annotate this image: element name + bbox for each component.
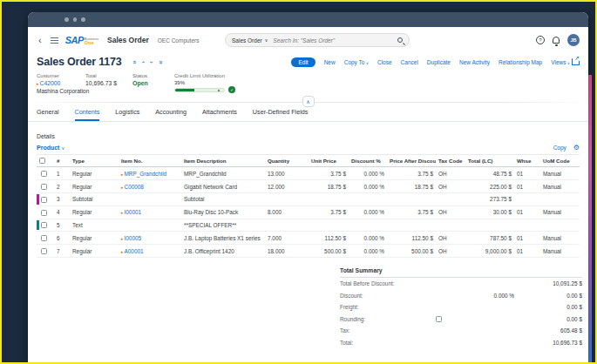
item-no-link[interactable]: ▸A00001 <box>121 248 144 254</box>
table-row: 4Regular▸I00001Blu-Ray Disc 10-Pack8.000… <box>37 206 580 219</box>
new-activity-button[interactable]: New Activity <box>459 59 490 65</box>
credit-limit-block: Credit Limit Utilization 39% ✓ <box>174 73 288 94</box>
link-arrow-icon: ▸ <box>121 236 124 241</box>
table-row: 3SubtotalSubtotal273.75 $ <box>37 192 580 206</box>
link-arrow-icon: ▸ <box>121 185 124 190</box>
cell-desc: **SPECIAL OFFER** <box>181 219 265 232</box>
previous-record-icon[interactable]: ‹ <box>139 61 147 64</box>
customer-code-link[interactable]: ▸C42000 <box>37 80 85 86</box>
total-summary-title: Total Summary <box>340 267 582 278</box>
tab-user-defined-fields[interactable]: User-Defined Fields <box>253 108 309 121</box>
cell-total: 225.00 $ <box>465 180 514 193</box>
row-checkbox[interactable] <box>41 210 47 216</box>
first-record-icon[interactable]: « <box>130 60 138 64</box>
credit-progress-fill <box>175 89 194 91</box>
tab-logistics[interactable]: Logistics <box>115 108 139 121</box>
cell-uom: Manual <box>540 232 580 245</box>
cell-tax: OH <box>436 206 465 219</box>
status-block: Status Open <box>132 73 174 94</box>
notifications-icon[interactable] <box>553 37 560 44</box>
duplicate-button[interactable]: Duplicate <box>427 59 451 65</box>
total-label: Total <box>85 73 132 78</box>
cell-total: 9,000.00 $ <box>465 245 514 258</box>
item-no-link[interactable]: ▸I00001 <box>121 209 141 215</box>
chevron-down-icon[interactable]: ∨ <box>265 37 268 43</box>
rounding-checkbox[interactable] <box>436 316 442 322</box>
open-in-new-window-icon[interactable] <box>572 58 580 65</box>
cell-whse: 01 <box>514 180 540 193</box>
select-all-checkbox[interactable] <box>39 158 45 164</box>
row-checkbox[interactable] <box>41 171 47 177</box>
item-no-link[interactable]: ▸MRP_Grandchild <box>121 171 166 177</box>
row-checkbox[interactable] <box>41 184 47 190</box>
tab-accounting[interactable]: Accounting <box>155 108 187 121</box>
header-info-strip: Customer ▸C42000 Mashina Corporation Tot… <box>28 70 588 94</box>
tab-general[interactable]: General <box>37 108 59 121</box>
menu-icon[interactable] <box>51 37 58 44</box>
collapse-header-button[interactable]: ∧ <box>302 96 315 107</box>
last-record-icon[interactable]: » <box>156 60 164 64</box>
table-row: 2Regular▸C00008Gigabit Network Card12.00… <box>37 180 580 193</box>
cell-pad: 3.75 $ <box>387 167 436 180</box>
table-row: 6Regular▸I00005J.B. Laptop Batteries X1 … <box>37 232 580 245</box>
back-icon[interactable]: ‹ <box>38 36 42 45</box>
cell-item_no <box>119 192 181 206</box>
cell-type: Regular <box>70 232 119 245</box>
tab-attachments[interactable]: Attachments <box>202 108 237 121</box>
cell-qty: 8.000 <box>265 206 309 219</box>
app-title: Sales Order <box>107 36 149 44</box>
item-no-link[interactable]: ▸I00005 <box>121 235 141 241</box>
copy-table-button[interactable]: Copy <box>553 145 566 151</box>
views-button[interactable]: Views ∨ <box>551 59 570 65</box>
window-minimize-dot[interactable] <box>73 17 78 22</box>
cancel-button[interactable]: Cancel <box>401 59 418 65</box>
summary-value: 0.00 $ <box>514 293 582 299</box>
edit-button[interactable]: Edit <box>291 57 315 67</box>
cell-pad: 500.00 $ <box>387 245 436 258</box>
logo-one-text: One <box>85 41 98 46</box>
cell-uom <box>540 219 580 232</box>
row-checkbox[interactable] <box>41 197 47 203</box>
help-icon[interactable]: ? <box>536 36 545 44</box>
table-settings-gear-icon[interactable]: ⚙ <box>573 145 580 152</box>
window-titlebar <box>28 12 588 27</box>
search-input[interactable]: Search In: "Sales Order" <box>273 37 397 44</box>
details-section-label: Details <box>37 133 580 139</box>
cell-pad <box>387 219 436 232</box>
search-scope-select[interactable]: Sales Order <box>232 37 262 44</box>
summary-value: 605.48 $ <box>514 327 582 334</box>
summary-label: Total Before Discount: <box>340 280 436 286</box>
copy-to-button[interactable]: Copy To ∨ <box>344 59 369 65</box>
cell-type: Subtotal <box>70 192 119 206</box>
search-icon[interactable] <box>397 37 403 43</box>
sap-business-one-logo: SAP Business One <box>65 35 98 45</box>
row-checkbox[interactable] <box>41 235 47 241</box>
col-header-price-after-discount: Price After Discount <box>387 154 436 167</box>
item-no-link[interactable]: ▸C00008 <box>121 184 144 190</box>
record-navigation: « ‹ › » <box>132 58 162 66</box>
cell-unit_price: 112.50 $ <box>309 232 349 245</box>
credit-limit-marker <box>218 90 220 91</box>
cell-total: 48.75 $ <box>465 167 514 180</box>
table-header-row: #TypeItem No.Item DescriptionQuantityUni… <box>37 154 580 167</box>
avatar[interactable]: JB <box>567 34 580 46</box>
window-maximize-dot[interactable] <box>81 17 85 22</box>
cell-unit_price: 18.75 $ <box>309 180 349 193</box>
cell-uom: Manual <box>540 206 580 219</box>
relationship-map-button[interactable]: Relationship Map <box>499 59 542 65</box>
cell-uom <box>540 192 580 206</box>
window-close-dot[interactable] <box>64 17 69 22</box>
view-selector[interactable]: Product ∨ <box>37 145 64 151</box>
global-search[interactable]: Sales Order ∨ Search In: "Sales Order" <box>225 33 410 47</box>
cell-whse: 01 <box>514 167 540 180</box>
row-checkbox[interactable] <box>41 222 47 228</box>
close-button[interactable]: Close <box>377 59 392 65</box>
cell-qty: 18.000 <box>265 245 309 258</box>
col-header-uom-code: UoM Code <box>540 154 580 167</box>
next-record-icon[interactable]: › <box>147 61 155 64</box>
row-checkbox[interactable] <box>41 248 47 254</box>
cell-tax: OH <box>436 167 465 180</box>
cell-num: 6 <box>54 232 70 245</box>
tab-contents[interactable]: Contents <box>75 108 100 121</box>
new-button[interactable]: New <box>324 59 336 65</box>
